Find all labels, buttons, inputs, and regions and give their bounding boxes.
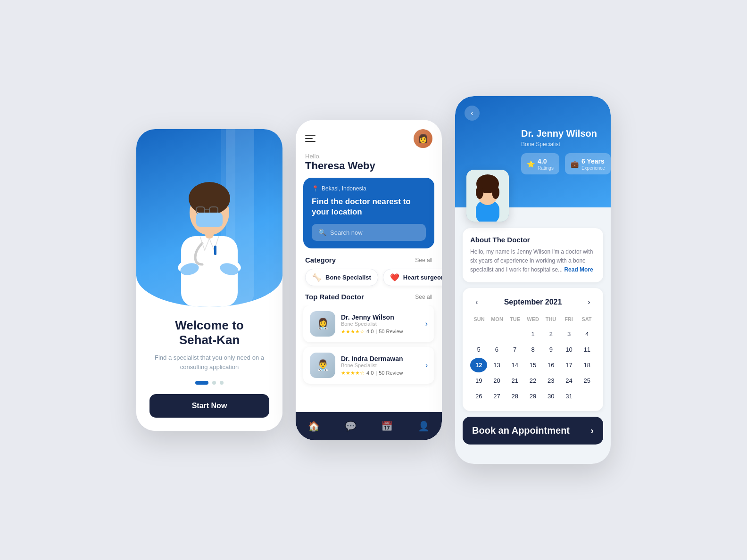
cal-day-18[interactable]: 18 [579, 358, 596, 372]
nav-calendar[interactable]: 📅 [374, 419, 400, 434]
calendar-days-header: SUN MON TUE WED THU FRI SAT [470, 314, 596, 324]
back-button[interactable]: ‹ [465, 106, 480, 121]
indra-name: Dr. Indra Dermawan [341, 355, 420, 362]
cal-day-5[interactable]: 5 [470, 342, 487, 357]
cal-day-15[interactable]: 15 [524, 358, 541, 372]
cal-day-30[interactable]: 30 [542, 389, 559, 404]
cal-day-16[interactable]: 16 [542, 358, 559, 372]
doctor-stats: ⭐ 4.0 Ratings 💼 6 Years Experience [521, 153, 601, 174]
user-avatar[interactable]: 👩 [414, 129, 432, 148]
cal-day-20[interactable]: 20 [488, 373, 505, 388]
cal-day-14[interactable]: 14 [506, 358, 523, 372]
dot-3[interactable] [220, 381, 224, 385]
cal-day-24[interactable]: 24 [560, 373, 577, 388]
read-more-link[interactable]: Read More [564, 266, 593, 273]
bone-icon: 🦴 [312, 273, 322, 282]
about-card: About The Doctor Hello, my name is Jenny… [463, 228, 603, 282]
indra-rating: ★★★★☆ 4.0 | 50 Review [341, 370, 420, 376]
category-chip-heart[interactable]: ❤️ Heart surgeon [383, 269, 442, 286]
category-title: Category [305, 256, 336, 264]
cal-day-3[interactable]: 3 [560, 327, 577, 341]
cal-day-26[interactable]: 26 [470, 389, 487, 404]
cal-day-22[interactable]: 22 [524, 373, 541, 388]
bone-label: Bone Specialist [325, 274, 371, 281]
svg-rect-11 [196, 213, 223, 227]
briefcase-icon: 💼 [571, 160, 579, 168]
cal-day-23[interactable]: 23 [542, 373, 559, 388]
doctor-name: Dr. Jenny Wilson [521, 128, 601, 139]
cal-day-1[interactable]: 1 [524, 327, 541, 341]
screen-1: Welcome toSehat-Kan Find a specialist th… [136, 129, 282, 431]
screen-2: 👩 Hello, Theresa Weby 📍 Bekasi, Indonesi… [296, 120, 442, 440]
cal-day-11[interactable]: 11 [579, 342, 596, 357]
cal-empty [579, 389, 596, 404]
doctor-card-indra[interactable]: 👨‍⚕️ Dr. Indra Dermawan Bone Specialist … [303, 347, 434, 384]
home-icon: 🏠 [308, 420, 320, 432]
top-rated-title: Top Rated Doctor [305, 293, 364, 301]
rating-label: Ratings [538, 165, 554, 171]
doctor-avatar-card [466, 170, 509, 222]
cal-day-25[interactable]: 25 [579, 373, 596, 388]
cal-day-4[interactable]: 4 [579, 327, 596, 341]
jenny-name: Dr. Jenny Wilson [341, 313, 420, 321]
cal-day-7[interactable]: 7 [506, 342, 523, 357]
book-appointment-button[interactable]: Book an Appointment › [463, 417, 603, 445]
dot-2[interactable] [212, 381, 216, 385]
indra-chevron: › [425, 361, 428, 370]
about-text: Hello, my name is Jenny Wilson I'm a doc… [470, 247, 596, 275]
about-title: About The Doctor [470, 236, 596, 244]
cal-day-19[interactable]: 19 [470, 373, 487, 388]
svg-rect-12 [214, 246, 216, 255]
cal-prev-button[interactable]: ‹ [470, 296, 483, 309]
cal-day-9[interactable]: 9 [542, 342, 559, 357]
app-header: 👩 [296, 120, 442, 153]
nav-home[interactable]: 🏠 [300, 419, 327, 434]
cal-day-2[interactable]: 2 [542, 327, 559, 341]
welcome-subtitle: Find a specialist that you only need on … [149, 353, 269, 371]
doctor-card-jenny[interactable]: 👩‍⚕️ Dr. Jenny Wilson Bone Specialist ★★… [303, 305, 434, 342]
greeting: Hello, Theresa Weby [296, 153, 442, 178]
pin-icon: 📍 [312, 185, 319, 192]
jenny-stars: ★★★★☆ [341, 329, 365, 335]
cal-day-27[interactable]: 27 [488, 389, 505, 404]
cal-day-8[interactable]: 8 [524, 342, 541, 357]
category-list: 🦴 Bone Specialist ❤️ Heart surgeon 🦷 Den… [296, 269, 442, 293]
heart-label: Heart surgeon [403, 274, 442, 281]
cal-day-10[interactable]: 10 [560, 342, 577, 357]
location-label: 📍 Bekasi, Indonesia [312, 185, 426, 192]
experience-stat: 💼 6 Years Experience [565, 153, 611, 174]
search-icon: 🔍 [318, 229, 326, 236]
cal-next-button[interactable]: › [582, 296, 596, 309]
menu-icon[interactable] [305, 135, 315, 142]
start-now-button[interactable]: Start Now [149, 394, 269, 418]
cal-day-21[interactable]: 21 [506, 373, 523, 388]
jenny-avatar: 👩‍⚕️ [310, 311, 335, 337]
category-see-all[interactable]: See all [415, 257, 432, 264]
calendar-card: ‹ September 2021 › SUN MON TUE WED THU F… [463, 288, 603, 411]
indra-info: Dr. Indra Dermawan Bone Specialist ★★★★☆… [341, 355, 420, 376]
day-sat: SAT [578, 314, 596, 324]
welcome-section: Welcome toSehat-Kan Find a specialist th… [136, 307, 282, 431]
book-btn-label: Book an Appointment [472, 425, 570, 436]
welcome-title: Welcome toSehat-Kan [149, 318, 269, 347]
cal-day-12[interactable]: 12 [470, 358, 487, 372]
cal-day-6[interactable]: 6 [488, 342, 505, 357]
hello-label: Hello, [305, 153, 432, 160]
cal-day-17[interactable]: 17 [560, 358, 577, 372]
cal-day-31[interactable]: 31 [560, 389, 577, 404]
cal-day-13[interactable]: 13 [488, 358, 505, 372]
dot-1[interactable] [195, 381, 208, 385]
nav-chat[interactable]: 💬 [337, 419, 364, 434]
page-dots [149, 381, 269, 385]
top-rated-see-all[interactable]: See all [415, 294, 432, 300]
cal-day-28[interactable]: 28 [506, 389, 523, 404]
indra-stars: ★★★★☆ [341, 370, 365, 376]
cal-day-29[interactable]: 29 [524, 389, 541, 404]
profile-icon: 👤 [418, 420, 430, 432]
doctor-illustration [148, 147, 271, 307]
nav-profile[interactable]: 👤 [410, 419, 437, 434]
category-chip-bone[interactable]: 🦴 Bone Specialist [305, 269, 378, 286]
jenny-rating: ★★★★☆ 4.0 | 50 Review [341, 329, 420, 335]
search-box[interactable]: 🔍 Search now [312, 224, 426, 241]
calendar-month: September 2021 [504, 298, 562, 306]
